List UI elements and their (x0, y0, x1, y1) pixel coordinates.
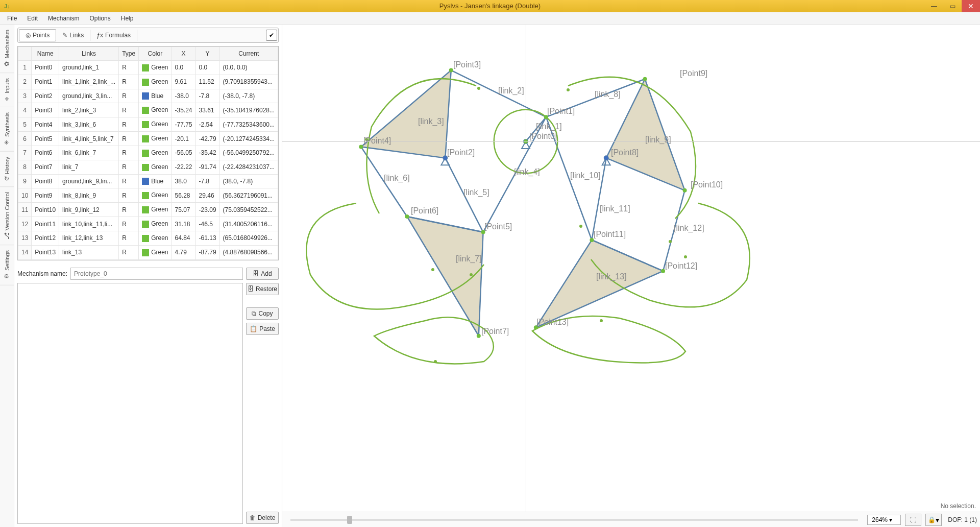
svg-point-43 (590, 238, 594, 242)
svg-point-45 (534, 325, 538, 329)
table-row[interactable]: 13Point12link_12,link_13RGreen64.84-61.1… (18, 231, 278, 245)
svg-point-19 (470, 273, 473, 276)
table-row[interactable]: 14Point13link_13RGreen4.79-87.79(4.88768… (18, 245, 278, 259)
mechanism-canvas[interactable]: [Point0][Point1][Point2][Point3][Point4]… (282, 25, 980, 512)
trash-icon: 🗑 (250, 514, 256, 521)
mechanism-name-label: Mechanism name: (17, 270, 67, 277)
rail-settings[interactable]: ⚙Settings (0, 245, 14, 285)
table-row[interactable]: 3Point2ground,link_3,lin...RBlue-38.0-7.… (18, 89, 278, 103)
menu-file[interactable]: File (2, 13, 22, 23)
col-links[interactable]: Links (59, 47, 119, 61)
table-row[interactable]: 7Point6link_6,link_7RGreen-56.05-35.42(-… (18, 146, 278, 160)
panel-tabs: ◎Points✎LinksƒxFormulas✔ (17, 28, 279, 43)
lock-button[interactable]: 🔒▾ (925, 514, 942, 526)
svg-point-38 (405, 214, 409, 219)
restore-button[interactable]: 🗄Restore (246, 283, 279, 295)
svg-point-16 (477, 87, 480, 90)
mechanism-list[interactable] (17, 283, 243, 524)
app-icon: J↓ (3, 2, 11, 10)
rail-history[interactable]: ↻History (0, 152, 14, 187)
restore-icon: 🗄 (248, 285, 254, 293)
left-rail: ✿Mechanism⎆Inputs✳Synthesis↻History⎇Vers… (0, 25, 14, 527)
rail-synthesis[interactable]: ✳Synthesis (0, 107, 14, 152)
table-row[interactable]: 4Point3link_2,link_3RGreen-35.2433.61(-3… (18, 103, 278, 117)
rail-mechanism[interactable]: ✿Mechanism (0, 25, 14, 73)
svg-line-13 (663, 190, 684, 271)
table-row[interactable]: 2Point1link_1,link_2,link_...RGreen9.611… (18, 75, 278, 89)
window-title: Pyslvs - Jansen's linkage (Double) (439, 2, 541, 10)
confirm-button[interactable]: ✔ (266, 30, 277, 41)
svg-point-20 (434, 360, 437, 363)
maximize-button[interactable]: ▭ (943, 0, 962, 12)
col-x[interactable]: X (172, 47, 195, 61)
tab-links[interactable]: ✎Links (56, 30, 90, 41)
col-color[interactable]: Color (139, 47, 172, 61)
svg-point-17 (365, 138, 368, 141)
table-row[interactable]: 9Point8ground,link_9,lin...RBlue38.0-7.8… (18, 174, 278, 188)
table-row[interactable]: 12Point11link_10,link_11,li...RGreen31.1… (18, 217, 278, 231)
mechanism-svg (282, 25, 980, 512)
minimize-button[interactable]: — (925, 0, 943, 12)
canvas-slider[interactable] (290, 519, 858, 521)
svg-point-24 (600, 319, 603, 322)
zoom-select[interactable]: 264% ▾ (867, 515, 901, 525)
col-type[interactable]: Type (119, 47, 139, 61)
svg-point-33 (544, 115, 548, 119)
fit-view-button[interactable]: ⛶ (905, 514, 921, 526)
paste-button[interactable]: 📋Paste (246, 323, 279, 335)
table-row[interactable]: 5Point4link_3,link_6RGreen-77.75-2.54(-7… (18, 117, 278, 132)
svg-marker-2 (606, 79, 685, 190)
menu-bar: FileEditMechanismOptionsHelp (0, 12, 980, 25)
svg-marker-3 (536, 240, 663, 327)
table-row[interactable]: 8Point7link_7RGreen-22.22-91.74(-22.4284… (18, 160, 278, 174)
svg-line-7 (445, 158, 483, 232)
copy-icon: ⧉ (252, 310, 256, 317)
svg-point-18 (431, 268, 434, 271)
svg-line-11 (592, 158, 606, 240)
paste-icon: 📋 (250, 325, 257, 332)
canvas-area: [Point0][Point1][Point2][Point3][Point4]… (282, 25, 980, 527)
database-icon: 🗄 (253, 270, 259, 277)
table-row[interactable]: 11Point10link_9,link_12RGreen75.07-23.09… (18, 203, 278, 217)
svg-point-35 (449, 68, 453, 73)
table-row[interactable]: 6Point5link_4,link_5,link_7RGreen-20.1-4… (18, 132, 278, 146)
svg-line-4 (526, 117, 546, 141)
menu-mechanism[interactable]: Mechanism (43, 13, 84, 23)
col-name[interactable]: Name (32, 47, 59, 61)
menu-edit[interactable]: Edit (22, 13, 43, 23)
rail-version-control[interactable]: ⎇Version Control (0, 187, 14, 245)
close-button[interactable]: ✕ (962, 0, 980, 12)
svg-point-37 (481, 230, 485, 234)
mechanism-name-input[interactable] (70, 268, 243, 280)
points-table[interactable]: NameLinksTypeColorXYCurrent 1Point0groun… (18, 46, 278, 260)
table-row[interactable]: 10Point9link_8,link_9RGreen56.2829.46(56… (18, 188, 278, 203)
svg-point-36 (359, 145, 363, 149)
lock-icon: 🔒 (928, 516, 936, 523)
window-controls: — ▭ ✕ (925, 0, 980, 12)
svg-point-40 (604, 156, 608, 160)
table-row[interactable]: 1Point0ground,link_1RGreen0.00.0(0.0, 0.… (18, 61, 278, 75)
rail-inputs[interactable]: ⎆Inputs (0, 73, 14, 107)
col-current[interactable]: Current (219, 47, 278, 61)
menu-help[interactable]: Help (116, 13, 139, 23)
delete-button[interactable]: 🗑Delete (246, 512, 279, 524)
status-bar: 264% ▾ ⛶ 🔒▾ DOF: 1 (1) (282, 512, 980, 527)
tab-formulas[interactable]: ƒxFormulas (90, 30, 137, 41)
svg-point-39 (477, 334, 481, 338)
add-button[interactable]: 🗄Add (246, 268, 279, 280)
dof-status: DOF: 1 (1) (948, 516, 977, 523)
svg-point-21 (567, 88, 570, 91)
menu-options[interactable]: Options (84, 13, 115, 23)
svg-line-12 (546, 117, 592, 240)
points-table-container: NameLinksTypeColorXYCurrent 1Point0groun… (17, 46, 279, 260)
expand-icon: ⛶ (910, 516, 916, 523)
svg-point-34 (443, 156, 447, 160)
svg-point-22 (579, 225, 582, 228)
tab-points[interactable]: ◎Points (19, 29, 56, 41)
svg-point-42 (683, 188, 687, 193)
selection-status: No selection. (941, 502, 976, 510)
col-y[interactable]: Y (195, 47, 219, 61)
title-bar: J↓ Pyslvs - Jansen's linkage (Double) — … (0, 0, 980, 12)
copy-button[interactable]: ⧉Copy (246, 307, 279, 320)
svg-point-25 (684, 255, 687, 258)
